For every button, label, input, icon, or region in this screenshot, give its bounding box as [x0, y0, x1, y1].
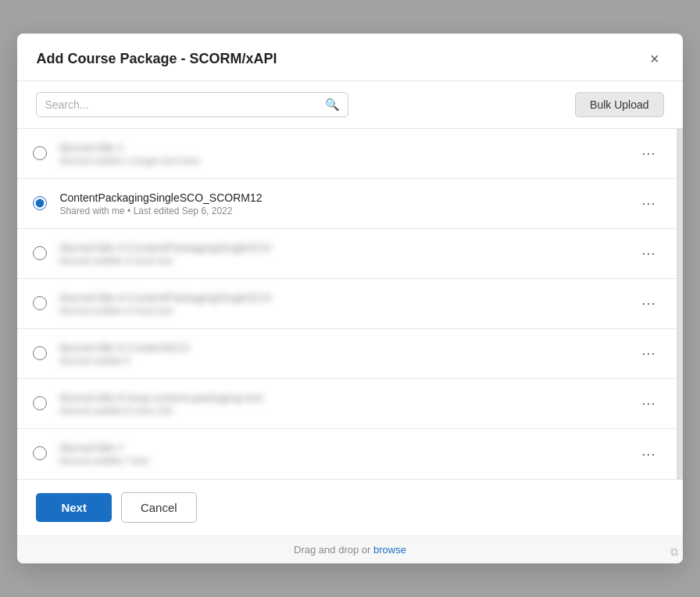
list-item: blurred-title-4-ContentPackagingSingleSC… [17, 279, 676, 329]
item-content: blurred-title-1blurred-subtitle-1-longer… [59, 141, 626, 166]
modal-toolbar: 🔍 Bulk Upload [17, 81, 682, 129]
item-subtitle: blurred-subtitle-4-more-text [59, 306, 626, 316]
item-subtitle: blurred-subtitle-6-more-info [59, 406, 626, 416]
more-options-button[interactable]: ··· [638, 144, 661, 163]
drag-drop-bar: Drag and drop or browse [17, 535, 682, 563]
item-subtitle: blurred-subtitle-3-more-text [59, 256, 626, 266]
modal-header: Add Course Package - SCORM/xAPI × [17, 34, 682, 81]
modal-overlay: Add Course Package - SCORM/xAPI × 🔍 Bulk… [0, 0, 700, 597]
item-content: blurred-title-5-ContentSCOblurred-subtit… [59, 341, 626, 366]
item-content: ContentPackagingSingleSCO_SCORM12Shared … [59, 191, 626, 216]
more-options-button[interactable]: ··· [638, 294, 661, 313]
item-subtitle: Shared with me • Last edited Sep 6, 2022 [59, 206, 626, 216]
item-content: blurred-title-4-ContentPackagingSingleSC… [59, 291, 626, 316]
radio-wrap [33, 196, 48, 212]
course-list: blurred-title-1blurred-subtitle-1-longer… [17, 129, 682, 479]
item-content: blurred-title-3-ContentPackagingSingleSC… [59, 241, 626, 266]
bulk-upload-button[interactable]: Bulk Upload [575, 92, 664, 117]
drag-drop-text: Drag and drop or [294, 544, 373, 556]
item-title: blurred-title-3-ContentPackagingSingleSC… [59, 241, 626, 254]
course-radio-2[interactable] [33, 196, 47, 210]
cancel-button[interactable]: Cancel [121, 492, 197, 523]
item-title: blurred-title-5-ContentSCO [59, 341, 626, 354]
add-course-package-modal: Add Course Package - SCORM/xAPI × 🔍 Bulk… [17, 34, 682, 563]
modal-title: Add Course Package - SCORM/xAPI [36, 51, 277, 67]
more-options-button[interactable]: ··· [638, 244, 661, 263]
resize-handle[interactable]: ⧉ [670, 545, 678, 559]
course-radio-6[interactable] [33, 396, 47, 410]
browse-link[interactable]: browse [373, 544, 406, 556]
more-options-button[interactable]: ··· [638, 194, 661, 213]
item-title: blurred-title-6-long-content-packaging-t… [59, 391, 626, 404]
radio-wrap [33, 146, 48, 162]
radio-wrap [33, 346, 48, 362]
item-title: ContentPackagingSingleSCO_SCORM12 [59, 191, 626, 204]
course-radio-3[interactable] [33, 246, 47, 260]
item-subtitle: blurred-subtitle-1-longer-text-here [59, 156, 626, 166]
list-item: blurred-title-3-ContentPackagingSingleSC… [17, 229, 676, 279]
search-input[interactable] [45, 98, 322, 111]
search-icon: 🔍 [325, 98, 340, 112]
more-options-button[interactable]: ··· [638, 394, 661, 413]
list-item: blurred-title-6-long-content-packaging-t… [17, 379, 676, 429]
radio-wrap [33, 296, 48, 312]
list-item: ContentPackagingSingleSCO_SCORM12Shared … [17, 179, 676, 229]
item-content: blurred-title-7blurred-subtitle-7-text [59, 441, 626, 467]
modal-footer: Next Cancel [17, 479, 682, 535]
list-item: blurred-title-7blurred-subtitle-7-text··… [17, 429, 676, 479]
course-radio-7[interactable] [33, 446, 47, 460]
item-subtitle: blurred-subtitle-5 [59, 356, 626, 366]
more-options-button[interactable]: ··· [638, 445, 661, 464]
list-item: blurred-title-5-ContentSCOblurred-subtit… [17, 329, 676, 379]
item-subtitle: blurred-subtitle-7-text [59, 456, 626, 467]
close-button[interactable]: × [645, 49, 664, 68]
course-radio-5[interactable] [33, 346, 47, 360]
course-radio-4[interactable] [33, 296, 47, 310]
radio-wrap [33, 396, 48, 412]
item-title: blurred-title-4-ContentPackagingSingleSC… [59, 291, 626, 304]
radio-wrap [33, 246, 48, 262]
next-button[interactable]: Next [36, 493, 112, 522]
course-radio-1[interactable] [33, 146, 47, 160]
radio-wrap [33, 446, 48, 462]
item-title: blurred-title-1 [59, 141, 626, 154]
item-title: blurred-title-7 [59, 441, 626, 454]
list-item: blurred-title-1blurred-subtitle-1-longer… [17, 129, 676, 179]
more-options-button[interactable]: ··· [638, 344, 661, 363]
search-box: 🔍 [36, 92, 348, 117]
item-content: blurred-title-6-long-content-packaging-t… [59, 391, 626, 416]
